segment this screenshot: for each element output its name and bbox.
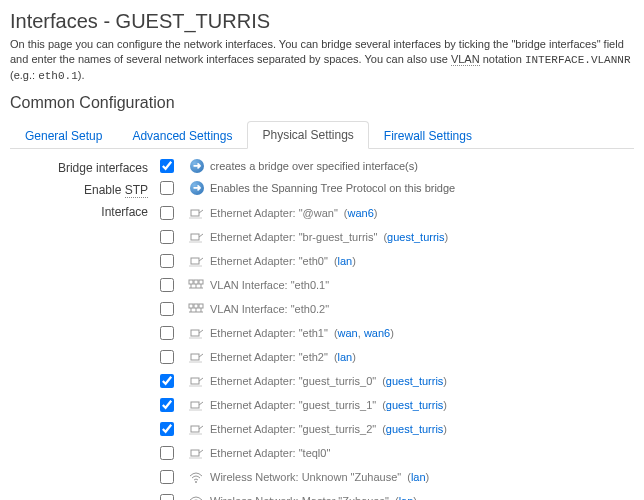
svg-line-27 [199,402,203,405]
info-icon: ➜ [190,181,204,195]
stp-checkbox[interactable] [160,181,174,195]
interface-text: Wireless Network: Unknown "Zuhause" [210,471,401,483]
svg-point-32 [195,481,197,483]
svg-rect-4 [191,258,199,264]
notation-code: INTERFACE.VLANNR [525,54,631,66]
svg-rect-7 [194,280,198,284]
interface-networks: (lan) [395,495,417,500]
interface-item: Ethernet Adapter: "teql0" [160,443,448,463]
interface-text: Wireless Network: Master "Zuhause" [210,495,389,500]
interface-text: Ethernet Adapter: "teql0" [210,447,330,459]
interface-item: Ethernet Adapter: "br-guest_turris" (gue… [160,227,448,247]
stp-label: Enable STP [10,181,160,197]
eth-icon [188,422,204,436]
network-link[interactable]: guest_turris [387,231,444,243]
interface-item: Ethernet Adapter: "guest_turris_2" (gues… [160,419,448,439]
page-description: On this page you can configure the netwo… [10,37,634,84]
eth-icon [188,398,204,412]
network-link[interactable]: wan [338,327,358,339]
page-title: Interfaces - GUEST_TURRIS [10,10,634,33]
stp-abbr: STP [125,183,148,198]
network-link[interactable]: wan6 [348,207,374,219]
interface-checkbox[interactable] [160,206,174,220]
interface-checkbox[interactable] [160,230,174,244]
network-link[interactable]: guest_turris [386,375,443,387]
svg-rect-28 [191,426,199,432]
bridge-label: Bridge interfaces [10,159,160,175]
tab-advanced-settings[interactable]: Advanced Settings [117,122,247,149]
eth-icon [188,326,204,340]
network-link[interactable]: guest_turris [386,399,443,411]
svg-rect-2 [191,234,199,240]
svg-rect-8 [199,280,203,284]
interface-networks: (lan) [334,351,356,363]
interface-checkbox[interactable] [160,326,174,340]
interface-item: Ethernet Adapter: "guest_turris_1" (gues… [160,395,448,415]
interface-checkbox[interactable] [160,470,174,484]
bridge-hint: creates a bridge over specified interfac… [210,160,418,172]
interface-row: Interface Ethernet Adapter: "@wan" (wan6… [10,203,634,500]
stp-row: Enable STP ➜ Enables the Spanning Tree P… [10,181,634,197]
interface-item: Ethernet Adapter: "eth0" (lan) [160,251,448,271]
interface-checkbox[interactable] [160,254,174,268]
svg-rect-15 [199,304,203,308]
eth-icon [188,350,204,364]
network-link[interactable]: lan [338,255,353,267]
interface-networks: (guest_turris) [383,231,448,243]
interface-label: Interface [10,203,160,219]
notation-example-code: eth0.1 [38,70,78,82]
interface-list: Ethernet Adapter: "@wan" (wan6)Ethernet … [160,203,448,500]
interface-checkbox[interactable] [160,422,174,436]
bridge-row: Bridge interfaces ➜ creates a bridge ove… [10,159,634,175]
svg-line-5 [199,258,203,261]
interface-checkbox[interactable] [160,494,174,500]
interface-text: Ethernet Adapter: "eth1" [210,327,328,339]
interface-item: Wireless Network: Master "Zuhause" (lan) [160,491,448,500]
vlan-abbr: VLAN [451,53,480,66]
eth-icon [188,230,204,244]
interface-text: Ethernet Adapter: "guest_turris_0" [210,375,376,387]
interface-text: Ethernet Adapter: "guest_turris_2" [210,423,376,435]
svg-rect-13 [189,304,193,308]
svg-line-21 [199,330,203,333]
tab-physical-settings[interactable]: Physical Settings [247,121,368,149]
svg-rect-6 [189,280,193,284]
svg-rect-24 [191,378,199,384]
interface-checkbox[interactable] [160,350,174,364]
interface-item: VLAN Interface: "eth0.2" [160,299,448,319]
interface-text: Ethernet Adapter: "@wan" [210,207,338,219]
network-link[interactable]: lan [399,495,414,500]
interface-checkbox[interactable] [160,278,174,292]
interface-item: Ethernet Adapter: "@wan" (wan6) [160,203,448,223]
interface-text: Ethernet Adapter: "br-guest_turris" [210,231,377,243]
network-link[interactable]: wan6 [364,327,390,339]
interface-networks: (guest_turris) [382,423,447,435]
svg-rect-0 [191,210,199,216]
interface-checkbox[interactable] [160,302,174,316]
interface-item: VLAN Interface: "eth0.1" [160,275,448,295]
network-link[interactable]: lan [338,351,353,363]
wifi-icon [188,470,204,484]
svg-line-31 [199,450,203,453]
svg-line-3 [199,234,203,237]
bridge-checkbox[interactable] [160,159,174,173]
interface-checkbox[interactable] [160,446,174,460]
interface-text: Ethernet Adapter: "eth2" [210,351,328,363]
tabs: General SetupAdvanced SettingsPhysical S… [10,120,634,149]
eth-icon [188,254,204,268]
interface-checkbox[interactable] [160,374,174,388]
desc-text-4: ). [78,69,85,81]
network-link[interactable]: guest_turris [386,423,443,435]
vlan-icon [188,278,204,292]
interface-checkbox[interactable] [160,398,174,412]
eth-icon [188,206,204,220]
interface-networks: (wan, wan6) [334,327,394,339]
interface-networks: (guest_turris) [382,399,447,411]
tab-firewall-settings[interactable]: Firewall Settings [369,122,487,149]
network-link[interactable]: lan [411,471,426,483]
svg-line-29 [199,426,203,429]
tab-general-setup[interactable]: General Setup [10,122,117,149]
info-icon: ➜ [190,159,204,173]
eth-icon [188,446,204,460]
interface-networks: (guest_turris) [382,375,447,387]
